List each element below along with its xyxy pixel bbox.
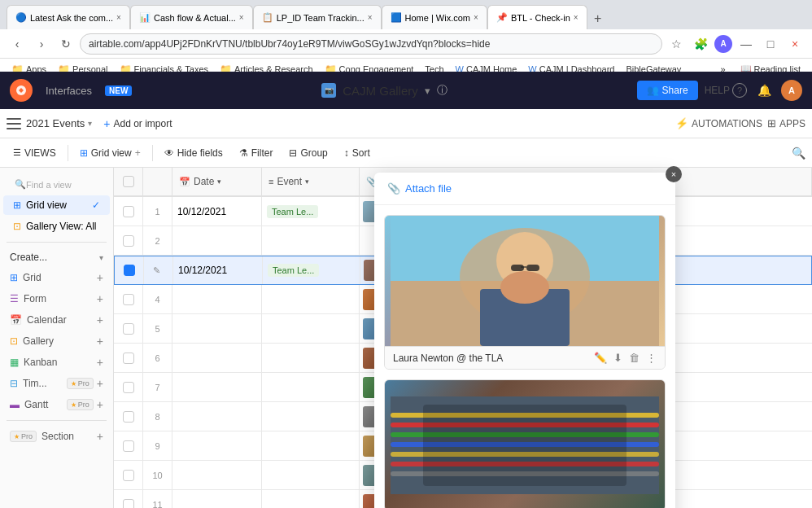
row-4-checkbox[interactable] (123, 294, 134, 305)
header-event-col[interactable]: ≡ Event ▾ (262, 168, 360, 195)
search-button[interactable]: 🔍 (792, 147, 805, 160)
row-10-check[interactable] (114, 461, 143, 489)
events-selector[interactable]: 2021 Events ▾ (26, 117, 92, 129)
sidebar-section-item[interactable]: ★Pro Section + (0, 426, 113, 447)
attachment-image-2[interactable] (385, 380, 665, 508)
tab-5-close[interactable]: × (574, 13, 578, 22)
row-2-check[interactable] (114, 226, 143, 255)
new-tab-button[interactable]: + (587, 8, 609, 29)
grid-view-button[interactable]: ⊞ Grid view + (73, 144, 147, 162)
hide-fields-button[interactable]: 👁 Hide fields (158, 144, 229, 162)
row-3-edit-icon[interactable]: ✎ (153, 265, 160, 276)
row-11-check[interactable] (114, 490, 143, 508)
url-bar[interactable] (80, 33, 662, 55)
back-button[interactable]: ‹ (7, 33, 28, 55)
tab-3-close[interactable]: × (368, 13, 373, 22)
row-9-check[interactable] (114, 431, 143, 460)
tab-5[interactable]: 📌 BTL - Check-in × (487, 5, 587, 29)
attachment-more-icon[interactable]: ⋮ (646, 352, 657, 364)
tab-1[interactable]: 🔵 Latest Ask the com... × (7, 5, 130, 29)
row-7-check[interactable] (114, 373, 143, 401)
sidebar-item-grid-view[interactable]: ⊞ Grid view ✓ (3, 195, 110, 215)
row-8-check[interactable] (114, 402, 143, 431)
sidebar-item-gallery-view[interactable]: ⊡ Gallery View: All (3, 217, 110, 236)
bookmark-button[interactable]: ☆ (666, 33, 687, 55)
sidebar-type-kanban[interactable]: ▦ Kanban + (0, 352, 113, 373)
help-button[interactable]: HELP ? (705, 83, 747, 98)
gantt-pro-star-icon: ★ (71, 401, 76, 409)
apps-button[interactable]: ⊞ APPS (767, 117, 805, 129)
row-1-event-tag[interactable]: Team Le... (267, 205, 318, 218)
attachment-edit-icon[interactable]: ✏️ (594, 352, 607, 364)
forward-button[interactable]: › (31, 33, 52, 55)
tab-3[interactable]: 📋 LP_ID Team Trackin... × (253, 5, 382, 29)
find-view-input[interactable]: 🔍 Find a view (7, 176, 107, 193)
tab-1-close[interactable]: × (116, 13, 121, 22)
app-logo[interactable] (10, 79, 33, 102)
profile-button[interactable]: A (714, 35, 732, 53)
sort-button[interactable]: ↕ Sort (338, 144, 377, 162)
minimize-button[interactable]: — (736, 33, 757, 55)
add-calendar-icon[interactable]: + (97, 313, 103, 326)
sidebar-type-gallery[interactable]: ⊡ Gallery + (0, 331, 113, 352)
add-gantt-icon[interactable]: + (97, 398, 103, 411)
header-checkbox[interactable] (123, 176, 134, 187)
close-browser-button[interactable]: × (784, 33, 805, 55)
views-toggle[interactable]: ☰ VIEWS (7, 144, 63, 162)
row-5-check[interactable] (114, 314, 143, 343)
row-6-check[interactable] (114, 344, 143, 372)
interfaces-button[interactable]: Interfaces (39, 81, 98, 100)
row-11-checkbox[interactable] (123, 499, 134, 509)
tab-2-close[interactable]: × (239, 13, 244, 22)
reload-button[interactable]: ↻ (55, 33, 76, 55)
add-kanban-icon[interactable]: + (97, 356, 103, 369)
add-import-button[interactable]: + Add or import (97, 114, 178, 134)
sidebar-type-calendar[interactable]: 📅 Calendar + (0, 309, 113, 331)
tab-4-close[interactable]: × (474, 13, 478, 22)
attachment-item-1: Laura Newton @ the TLA ✏️ ⬇ 🗑 ⋮ (384, 215, 666, 370)
notifications-button[interactable]: 🔔 (753, 80, 775, 101)
add-section-icon[interactable]: + (97, 430, 103, 443)
row-6-checkbox[interactable] (123, 353, 134, 364)
attachment-download-icon[interactable]: ⬇ (613, 352, 622, 364)
tab-4[interactable]: 🟦 Home | Wix.com × (382, 5, 487, 29)
sidebar-type-grid[interactable]: ⊞ Grid + (0, 267, 113, 288)
row-3-event-tag[interactable]: Team Le... (268, 264, 319, 277)
title-dropdown-icon[interactable]: ▾ (425, 85, 430, 97)
popup-close-button[interactable]: × (666, 166, 682, 182)
hamburger-menu[interactable] (7, 118, 21, 129)
maximize-button[interactable]: □ (760, 33, 781, 55)
sidebar-type-timeline[interactable]: ⊟ Tim... ★Pro + (0, 373, 113, 394)
add-timeline-icon[interactable]: + (97, 377, 103, 390)
create-section[interactable]: Create... ▾ (0, 247, 113, 267)
row-1-check[interactable] (114, 197, 143, 226)
share-button[interactable]: 👥 Share (637, 81, 698, 100)
sidebar-type-form[interactable]: ☰ Form + (0, 288, 113, 309)
row-9-checkbox[interactable] (123, 440, 134, 452)
row-7-checkbox[interactable] (123, 382, 134, 393)
row-2-checkbox[interactable] (123, 235, 134, 247)
row-10-checkbox[interactable] (123, 470, 134, 481)
info-icon[interactable]: ⓘ (437, 83, 447, 98)
extension-puzzle[interactable]: 🧩 (690, 33, 711, 55)
tab-5-favicon: 📌 (496, 12, 508, 23)
group-button[interactable]: ⊟ Group (282, 144, 334, 162)
row-1-checkbox[interactable] (123, 206, 134, 217)
row-8-checkbox[interactable] (123, 411, 134, 423)
add-grid-icon[interactable]: + (97, 271, 103, 284)
attach-file-button[interactable]: 📎 Attach file (387, 182, 452, 195)
attachment-delete-icon[interactable]: 🗑 (629, 352, 640, 364)
sidebar-type-gantt[interactable]: ▬ Gantt ★Pro + (0, 394, 113, 415)
automations-button[interactable]: ⚡ AUTOMATIONS (675, 117, 762, 129)
tab-2[interactable]: 📊 Cash flow & Actual... × (130, 5, 253, 29)
row-3-check[interactable] (115, 256, 144, 284)
header-date-col[interactable]: 📅 Date ▾ (172, 168, 262, 195)
add-form-icon[interactable]: + (97, 292, 103, 305)
row-4-check[interactable] (114, 285, 143, 313)
attachment-image-1[interactable] (385, 216, 665, 346)
add-gallery-icon[interactable]: + (97, 335, 103, 348)
filter-button[interactable]: ⚗ Filter (233, 144, 280, 162)
row-5-checkbox[interactable] (123, 323, 134, 335)
user-avatar[interactable]: A (781, 80, 802, 101)
row-3-checkbox[interactable] (124, 265, 135, 276)
